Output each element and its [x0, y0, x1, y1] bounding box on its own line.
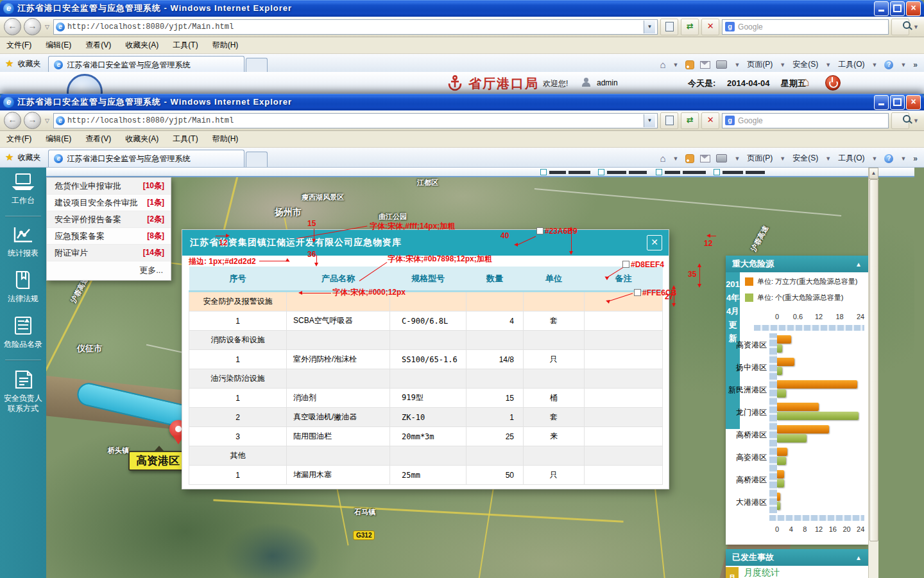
sidebar-item-report[interactable]: 统计报表 [0, 220, 46, 265]
home-dropdown[interactable]: ▼ [671, 62, 680, 68]
menubar-item[interactable]: 编辑(E) [46, 134, 71, 144]
layer-toggle[interactable] [714, 169, 765, 175]
vertical-scrollbar[interactable]: ▲ [868, 168, 878, 578]
compatibility-button[interactable] [660, 112, 678, 129]
nav-history-dropdown[interactable]: ▽ [44, 24, 51, 30]
search-box[interactable]: g Google [722, 113, 889, 128]
print-icon[interactable] [716, 154, 727, 162]
tab-active[interactable]: e 江苏省港口安全监管与应急管理系统 [48, 150, 244, 167]
tools-menu[interactable]: 工具(O) [838, 153, 864, 164]
menubar-item[interactable]: 查看(V) [85, 134, 111, 144]
titlebar[interactable]: e 江苏省港口安全监管与应急管理系统 - Windows Internet Ex… [0, 94, 924, 110]
url-field[interactable]: e http://localhost:8080/yjpt/Main.html ▼ [53, 19, 658, 35]
checkbox-icon[interactable] [598, 169, 604, 175]
logout-power-icon[interactable] [825, 75, 841, 91]
sidebar-item-hazlist[interactable]: 危险品名录 [0, 310, 46, 356]
favorites-button[interactable]: ★ 收藏夹 [0, 58, 48, 73]
minimize-button[interactable] [874, 95, 889, 110]
maximize-button[interactable] [890, 95, 905, 110]
rss-icon[interactable] [685, 60, 694, 69]
titlebar[interactable]: e 江苏省港口安全监管与应急管理系统 - Windows Internet Ex… [0, 0, 924, 17]
help-icon[interactable]: ? [884, 154, 893, 163]
mail-icon[interactable] [700, 155, 710, 162]
layer-toggle[interactable] [656, 169, 706, 175]
accident-panel-header[interactable]: 已发生事故 ▲ [726, 549, 868, 566]
refresh-button[interactable]: ⇄ [681, 112, 699, 129]
menubar-item[interactable]: 文件(F) [6, 134, 31, 144]
checkbox-icon[interactable] [656, 169, 662, 175]
print-icon[interactable] [716, 60, 727, 69]
home-icon[interactable]: ⌂ [660, 60, 665, 69]
home-dropdown[interactable]: ▼ [671, 155, 680, 162]
search-button[interactable] [891, 112, 909, 129]
stop-button[interactable]: ✕ [701, 112, 719, 129]
dialog-close-button[interactable]: ✕ [647, 235, 662, 250]
search-button[interactable] [891, 19, 909, 35]
new-tab-button[interactable] [246, 152, 268, 167]
mail-icon[interactable] [700, 61, 710, 69]
menubar-item[interactable]: 工具(T) [173, 134, 198, 144]
scroll-up-button[interactable]: ▲ [869, 168, 878, 179]
tools-menu[interactable]: 工具(O) [838, 59, 864, 70]
print-dropdown[interactable]: ▼ [733, 155, 741, 162]
search-options-dropdown[interactable]: ▼ [912, 24, 920, 30]
collapse-icon[interactable]: ▲ [855, 261, 862, 268]
checkbox-icon[interactable] [540, 169, 547, 175]
accident-tab-1[interactable]: 月度 [726, 567, 739, 578]
back-button[interactable]: ← [4, 18, 21, 35]
sidebar-item-workbench[interactable]: 工作台 [0, 168, 46, 212]
forward-button[interactable]: → [24, 18, 41, 35]
new-tab-button[interactable] [246, 58, 268, 73]
compatibility-button[interactable] [660, 19, 678, 35]
menu-panel-item[interactable]: 附证审片[14条] [47, 245, 171, 261]
menubar-item[interactable]: 查看(V) [85, 40, 111, 51]
url-dropdown[interactable]: ▼ [644, 114, 655, 127]
help-icon[interactable]: ? [884, 60, 893, 69]
overflow-chevron[interactable]: » [913, 154, 918, 163]
port-marker-label[interactable]: 高资港区 [128, 451, 187, 471]
menu-more-link[interactable]: 更多... [47, 261, 171, 280]
page-menu[interactable]: 页面(P) [747, 59, 773, 70]
tab-active[interactable]: e 江苏省港口安全监管与应急管理系统 [48, 56, 244, 73]
favorites-button[interactable]: ★ 收藏夹 [0, 152, 48, 167]
menubar-item[interactable]: 文件(F) [6, 40, 31, 51]
close-button[interactable]: × [906, 95, 921, 110]
banner-home-icon[interactable]: ⌂ [802, 74, 810, 89]
print-dropdown[interactable]: ▼ [733, 62, 741, 68]
stop-button[interactable]: ✕ [701, 19, 719, 35]
url-field[interactable]: e http://localhost:8080/yjpt/Main.html ▼ [53, 113, 658, 128]
menubar-item[interactable]: 工具(T) [173, 40, 198, 51]
collapse-icon[interactable]: ▲ [855, 554, 862, 561]
menu-panel-item[interactable]: 建设项目安全条件审批[1条] [47, 195, 171, 211]
hazard-panel-header[interactable]: 重大危险源 ▲ [726, 256, 868, 272]
nav-history-dropdown[interactable]: ▽ [44, 118, 51, 124]
rss-icon[interactable] [685, 154, 694, 163]
menu-panel-item[interactable]: 安全评价报告备案[2条] [47, 211, 171, 228]
scrollbar-thumb[interactable] [869, 179, 878, 541]
menu-panel-item[interactable]: 应急预案备案[8条] [47, 228, 171, 245]
menubar-item[interactable]: 编辑(E) [46, 40, 71, 51]
safety-menu[interactable]: 安全(S) [792, 59, 818, 70]
sidebar-item-law[interactable]: 法律法规 [0, 265, 46, 310]
safety-menu[interactable]: 安全(S) [792, 153, 818, 164]
menu-panel-item[interactable]: 危货作业申报审批[10条] [47, 178, 171, 195]
maximize-button[interactable] [890, 1, 905, 16]
home-icon[interactable]: ⌂ [660, 154, 665, 163]
sidebar-item-contact[interactable]: 安全负责人联系方式 [0, 364, 46, 420]
page-menu[interactable]: 页面(P) [747, 153, 773, 164]
refresh-button[interactable]: ⇄ [681, 19, 699, 35]
search-box[interactable]: g Google [722, 19, 889, 35]
back-button[interactable]: ← [4, 112, 21, 129]
overflow-chevron[interactable]: » [913, 60, 918, 69]
search-options-dropdown[interactable]: ▼ [912, 118, 920, 124]
menubar-item[interactable]: 帮助(H) [212, 134, 239, 144]
layer-toggle[interactable] [540, 169, 590, 175]
forward-button[interactable]: → [24, 112, 41, 129]
menubar-item[interactable]: 收藏夹(A) [125, 40, 158, 51]
url-dropdown[interactable]: ▼ [644, 21, 655, 33]
minimize-button[interactable] [874, 1, 889, 16]
layer-toggle[interactable] [598, 169, 647, 175]
menubar-item[interactable]: 收藏夹(A) [125, 134, 158, 144]
close-button[interactable]: × [906, 1, 921, 16]
checkbox-icon[interactable] [714, 169, 720, 175]
